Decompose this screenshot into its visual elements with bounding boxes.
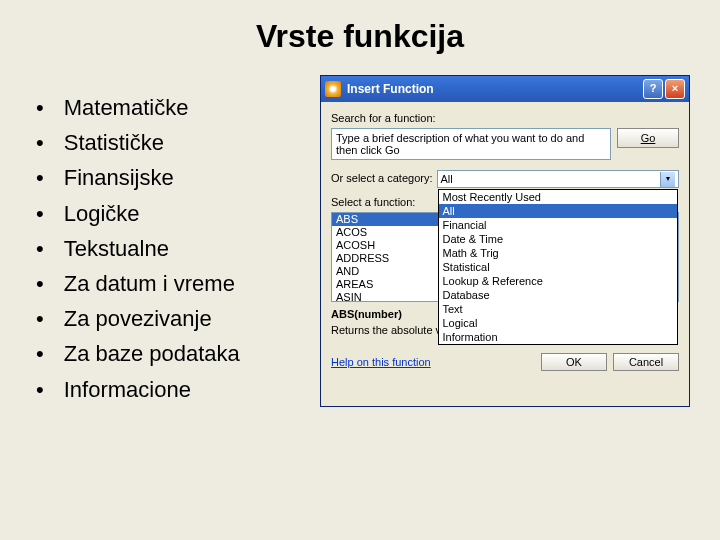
dropdown-item[interactable]: All [439,204,678,218]
dropdown-item[interactable]: Text [439,302,678,316]
cancel-button[interactable]: Cancel [613,353,679,371]
bullet-item: Za baze podataka [30,336,240,371]
category-select[interactable]: All ▾ Most Recently Used All Financial D… [437,170,680,188]
bullet-item: Logičke [30,196,240,231]
app-icon [325,81,341,97]
dropdown-item[interactable]: Statistical [439,260,678,274]
go-button[interactable]: Go [617,128,679,148]
dropdown-item[interactable]: Math & Trig [439,246,678,260]
category-dropdown: Most Recently Used All Financial Date & … [438,189,679,345]
dropdown-item[interactable]: Date & Time [439,232,678,246]
bullet-item: Za datum i vreme [30,266,240,301]
insert-function-dialog: Insert Function ? × Search for a functio… [320,75,690,407]
category-label: Or select a category: [331,170,433,184]
dialog-title: Insert Function [347,82,641,96]
dropdown-item[interactable]: Database [439,288,678,302]
close-button[interactable]: × [665,79,685,99]
ok-button[interactable]: OK [541,353,607,371]
bullet-list: Matematičke Statističke Finansijske Logi… [30,65,240,407]
bullet-item: Informacione [30,372,240,407]
bullet-item: Finansijske [30,160,240,195]
slide-title: Vrste funkcija [0,0,720,65]
dropdown-item[interactable]: Financial [439,218,678,232]
bullet-item: Za povezivanje [30,301,240,336]
chevron-down-icon: ▾ [660,172,675,187]
dropdown-item[interactable]: Most Recently Used [439,190,678,204]
bullet-item: Matematičke [30,90,240,125]
dropdown-item[interactable]: Logical [439,316,678,330]
category-value: All [441,173,453,185]
search-input[interactable]: Type a brief description of what you wan… [331,128,611,160]
dropdown-item[interactable]: Information [439,330,678,344]
bullet-item: Statističke [30,125,240,160]
search-label: Search for a function: [331,112,679,124]
help-link[interactable]: Help on this function [331,356,431,368]
help-button[interactable]: ? [643,79,663,99]
dropdown-item[interactable]: Lookup & Reference [439,274,678,288]
bullet-item: Tekstualne [30,231,240,266]
titlebar: Insert Function ? × [321,76,689,102]
